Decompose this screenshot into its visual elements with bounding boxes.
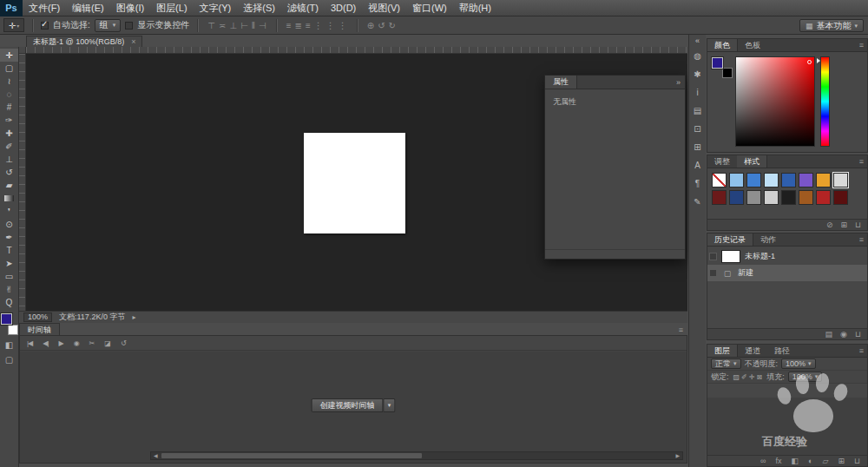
style-swatch-10[interactable] <box>729 190 744 205</box>
distribute-vertical-centers-icon[interactable]: ≣ <box>293 21 304 30</box>
align-bottom-edges-icon[interactable]: ⊥ <box>227 21 239 30</box>
create-video-timeline-button[interactable]: 创建视频时间轴 <box>312 398 384 412</box>
transition-icon[interactable]: ◪ <box>104 339 110 347</box>
rectangle-tool[interactable]: ▭ <box>0 270 18 283</box>
new-snapshot-icon[interactable]: ◉ <box>840 330 847 339</box>
menu-help[interactable]: 帮助(H) <box>453 3 497 13</box>
collapse-to-icons-icon[interactable]: » <box>676 78 685 87</box>
style-swatch-12[interactable] <box>764 190 779 205</box>
menu-view[interactable]: 视图(V) <box>362 3 406 13</box>
zoom-tool[interactable]: Q <box>0 296 18 309</box>
move-tool[interactable]: ✛ <box>0 49 18 62</box>
gradient-tool[interactable] <box>0 192 18 205</box>
hand-tool[interactable]: ✌ <box>0 283 18 296</box>
histogram-panel-icon[interactable]: ▤ <box>694 102 701 120</box>
zoom-level-field[interactable]: 100% <box>23 312 52 322</box>
link-layers-icon[interactable]: ∞ <box>760 457 766 465</box>
path-selection-tool[interactable]: ➤ <box>0 257 18 270</box>
style-swatch-6[interactable] <box>799 173 813 187</box>
crop-tool[interactable]: # <box>0 101 18 114</box>
menu-edit[interactable]: 编辑(E) <box>66 3 110 13</box>
show-transform-checkbox[interactable] <box>125 22 133 30</box>
status-expander-icon[interactable]: ▸ <box>132 313 135 321</box>
delete-state-icon[interactable]: ⊔ <box>855 330 861 339</box>
color-panel-menu-icon[interactable]: ≡ <box>859 41 864 49</box>
style-swatch-13[interactable] <box>781 190 796 205</box>
clear-style-icon[interactable]: ⊘ <box>826 220 833 229</box>
adjustments-panel-icon[interactable]: ◍ <box>694 47 701 65</box>
settings-icon[interactable]: ↺ <box>121 339 126 347</box>
auto-select-checkbox[interactable] <box>41 22 49 30</box>
saturation-brightness-field[interactable] <box>735 56 815 147</box>
align-top-edges-icon[interactable]: ⊤ <box>206 21 217 30</box>
align-right-edges-icon[interactable]: ⊣ <box>257 21 268 30</box>
new-layer-icon[interactable]: ⊞ <box>837 457 845 465</box>
add-layer-mask-icon[interactable]: ◧ <box>791 457 800 465</box>
clone-source-panel-icon[interactable]: ⊞ <box>694 138 700 156</box>
background-color-mini-swatch[interactable] <box>722 68 733 78</box>
workspace-switcher-button[interactable]: ▦ 基本功能 ▾ <box>799 19 864 32</box>
notes-panel-icon[interactable]: ✎ <box>694 193 700 211</box>
style-swatch-15[interactable] <box>816 190 831 205</box>
split-at-playhead-icon[interactable]: ✂ <box>89 339 95 347</box>
timeline-scrollbar[interactable]: ◀ ▶ <box>150 451 683 460</box>
new-document-from-state-icon[interactable]: ▤ <box>825 330 833 339</box>
layers-list[interactable] <box>707 398 867 455</box>
style-swatch-2[interactable] <box>729 173 744 187</box>
auto-select-dropdown[interactable]: 组 ▾ <box>95 19 122 32</box>
tab-styles[interactable]: 样式 <box>737 155 767 168</box>
scrollbar-thumb[interactable] <box>161 453 422 458</box>
delete-layer-icon[interactable]: ⊔ <box>853 457 861 465</box>
tab-adjustments[interactable]: 调整 <box>707 155 737 168</box>
horizontal-type-tool[interactable]: T <box>0 244 18 257</box>
style-swatch-9[interactable] <box>712 190 727 205</box>
eraser-tool[interactable]: ▰ <box>0 179 18 192</box>
align-vertical-centers-icon[interactable]: ≍ <box>217 21 227 30</box>
menu-3d[interactable]: 3D(D) <box>325 3 362 13</box>
pen-tool[interactable]: ✒ <box>0 231 18 244</box>
tool-preset-button[interactable]: ✛ ▾ <box>3 18 24 32</box>
history-panel-menu-icon[interactable]: ≡ <box>859 235 864 244</box>
layers-panel-menu-icon[interactable]: ≡ <box>859 346 864 355</box>
first-frame-icon[interactable]: |◀ <box>27 339 32 347</box>
tab-close-icon[interactable]: × <box>131 37 135 46</box>
styles-panel-menu-icon[interactable]: ≡ <box>859 157 864 166</box>
new-style-icon[interactable]: ⊞ <box>840 220 847 229</box>
audio-icon[interactable]: ◉ <box>74 339 79 347</box>
new-group-icon[interactable]: ▱ <box>822 457 830 465</box>
style-swatch-4[interactable] <box>764 173 779 187</box>
color-panel-swatches[interactable] <box>712 57 733 78</box>
history-state-row[interactable]: ▢ 新建 <box>707 265 867 281</box>
tab-actions[interactable]: 动作 <box>753 234 783 246</box>
eyedropper-tool[interactable]: ✑ <box>0 114 18 127</box>
style-swatch-3[interactable] <box>746 173 761 187</box>
character-panel-icon[interactable]: A <box>694 156 700 174</box>
new-adjustment-layer-icon[interactable]: ◐ <box>807 457 813 465</box>
distribute-top-edges-icon[interactable]: ≡ <box>285 21 293 30</box>
info-panel-icon[interactable]: i <box>696 83 698 102</box>
3d-rotate-icon[interactable]: ↺ <box>376 21 386 30</box>
style-swatch-7[interactable] <box>816 173 831 187</box>
foreground-color-mini-swatch[interactable] <box>712 57 723 69</box>
3d-roll-icon[interactable]: ↻ <box>387 21 398 30</box>
color-marker[interactable] <box>807 60 812 64</box>
rectangular-marquee-tool[interactable]: ▢ <box>0 62 18 75</box>
style-default-none[interactable] <box>712 173 727 187</box>
menu-file[interactable]: 文件(F) <box>23 3 66 13</box>
hue-ramp[interactable] <box>820 56 830 147</box>
canvas-document[interactable] <box>304 133 405 234</box>
tab-properties[interactable]: 属性 <box>545 76 577 89</box>
lock-all-icon[interactable]: ⊠ <box>755 373 763 381</box>
foreground-color-swatch[interactable] <box>1 313 12 325</box>
scroll-right-icon[interactable]: ▶ <box>674 453 681 459</box>
align-horizontal-centers-icon[interactable]: ‖ <box>250 21 257 30</box>
menu-layer[interactable]: 图层(L) <box>150 3 193 13</box>
navigator-panel-icon[interactable]: ⊡ <box>694 120 700 138</box>
style-swatch-14[interactable] <box>799 190 813 205</box>
tab-timeline[interactable]: 时间轴 <box>19 323 60 335</box>
previous-frame-icon[interactable]: ◀| <box>43 339 48 347</box>
background-color-swatch[interactable] <box>8 325 18 335</box>
menu-image[interactable]: 图像(I) <box>110 3 150 13</box>
properties-panel-header[interactable]: 属性 » <box>545 76 685 89</box>
style-swatch-8[interactable] <box>833 173 848 187</box>
